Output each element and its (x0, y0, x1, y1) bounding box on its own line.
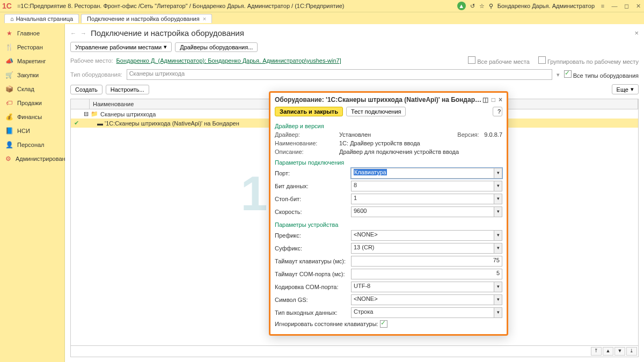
chevron-down-icon: ▾ (164, 43, 167, 50)
more-button[interactable]: Еще ▾ (612, 84, 639, 94)
workplace-link[interactable]: Бондаренко Д. (Администратор); Бондаренк… (116, 57, 341, 64)
manage-workplaces-button[interactable]: Управление рабочими местами▾ (70, 42, 172, 52)
close-icon[interactable]: ✕ (634, 3, 642, 10)
tag-icon: 🏷 (5, 99, 13, 107)
page-title: Подключение и настройка оборудования (91, 28, 244, 38)
chevron-down-icon[interactable]: ▾ (494, 168, 502, 179)
megaphone-icon: 📣 (5, 57, 13, 65)
app-titlebar: 1C ≡ 1С:Предприятие 8. Ресторан. Фронт-о… (0, 0, 644, 12)
collapse-icon[interactable]: ⊟ (84, 110, 89, 117)
tab-close-icon[interactable]: × (203, 16, 206, 22)
com-timeout-input[interactable]: 5 (351, 269, 502, 279)
notification-bell-icon[interactable]: ▲ (457, 2, 466, 10)
section-connection: Параметры подключения (275, 159, 502, 166)
back-icon[interactable]: ← (70, 30, 76, 36)
databits-select[interactable]: 8▾ (351, 181, 502, 191)
section-driver: Драйвер и версия (275, 123, 502, 129)
equip-type-field[interactable]: Сканеры штрихкода (127, 69, 552, 80)
window-title: 1С:Предприятие 8. Ресторан. Фронт-офис /… (20, 3, 457, 9)
star-icon: ★ (5, 29, 13, 37)
modal-dock-icon[interactable]: ◫ (482, 96, 488, 104)
settings-icon[interactable]: ≡ (599, 3, 606, 9)
ignore-keyboard-checkbox[interactable] (380, 320, 387, 328)
maximize-icon[interactable]: ◻ (623, 3, 630, 10)
pager-first[interactable]: ⤒ (591, 347, 602, 356)
section-device: Параметры устройства (275, 221, 502, 228)
forward-icon[interactable]: → (80, 30, 86, 36)
menu-icon[interactable]: ≡ (17, 3, 20, 9)
app-logo: 1C (2, 2, 12, 10)
save-close-button[interactable]: Записать и закрыть (275, 107, 343, 116)
all-types-checkbox[interactable]: Все типы оборудования (564, 70, 639, 79)
favorite-icon[interactable]: ☆ (479, 3, 485, 10)
workplace-label: Рабочее место: (70, 57, 113, 64)
gs-select[interactable]: <NONE>▾ (351, 294, 502, 305)
nav-sidebar: ★Главное 🍴Ресторан 📣Маркетинг 🛒Закупки 📦… (0, 24, 65, 362)
cart-icon: 🛒 (5, 71, 13, 79)
configure-button[interactable]: Настроить... (106, 85, 149, 94)
pager-last[interactable]: ⤓ (626, 347, 637, 356)
modal-maximize-icon[interactable]: □ (492, 96, 495, 104)
equipment-modal: Оборудование: '1С:Сканеры штрихкода (Nat… (269, 91, 508, 336)
coin-icon: 💰 (5, 113, 13, 121)
gear-icon: ⚙ (5, 155, 11, 162)
port-select[interactable]: Клавиатура▾ (351, 168, 502, 179)
book-icon: 📘 (5, 127, 13, 135)
prefix-select[interactable]: <NONE>▾ (351, 230, 502, 241)
person-icon: 👤 (5, 141, 13, 149)
item-icon: ▬ (97, 120, 103, 127)
modal-title: Оборудование: '1С:Сканеры штрихкода (Nat… (275, 96, 482, 104)
nav-nsi[interactable]: 📘НСИ (0, 124, 64, 138)
grid-pager: ⤒ ▲ ▼ ⤓ (71, 345, 638, 357)
nav-restaurant[interactable]: 🍴Ресторан (0, 40, 64, 54)
test-connection-button[interactable]: Тест подключения (346, 107, 406, 116)
nav-personnel[interactable]: 👤Персонал (0, 138, 64, 152)
create-button[interactable]: Создать (70, 85, 103, 94)
suffix-select[interactable]: 13 (CR)▾ (351, 243, 502, 254)
help-button[interactable]: ? (493, 107, 502, 116)
box-icon: 📦 (5, 85, 13, 93)
folder-icon: 📁 (91, 110, 98, 117)
pager-down[interactable]: ▼ (614, 347, 625, 356)
cutlery-icon: 🍴 (5, 43, 13, 51)
home-icon: ⌂ (10, 16, 14, 22)
nav-main[interactable]: ★Главное (0, 26, 64, 40)
nav-purchases[interactable]: 🛒Закупки (0, 68, 64, 82)
page-close-icon[interactable]: × (634, 29, 639, 37)
tab-equipment[interactable]: Подключение и настройка оборудования × (81, 14, 212, 23)
minimize-icon[interactable]: — (611, 3, 618, 9)
check-icon: ✔ (74, 120, 79, 127)
search-icon[interactable]: ⚲ (489, 3, 493, 10)
history-icon[interactable]: ↺ (470, 3, 475, 10)
nav-finance[interactable]: 💰Финансы (0, 110, 64, 124)
nav-marketing[interactable]: 📣Маркетинг (0, 54, 64, 68)
pager-up[interactable]: ▲ (603, 347, 613, 356)
tab-home[interactable]: ⌂ Начальная страница (4, 14, 79, 23)
tab-bar: ⌂ Начальная страница Подключение и настр… (0, 12, 644, 24)
kb-timeout-input[interactable]: 75 (351, 256, 502, 267)
equip-type-label: Тип оборудования: (70, 71, 122, 78)
user-label[interactable]: Бондаренко Дарья. Администратор (497, 3, 595, 9)
output-type-select[interactable]: Строка▾ (351, 307, 502, 318)
main-area: ← → Подключение и настройка оборудования… (65, 24, 644, 362)
nav-admin[interactable]: ⚙Администрирование (0, 152, 64, 166)
stopbit-select[interactable]: 1▾ (351, 194, 502, 204)
nav-warehouse[interactable]: 📦Склад (0, 82, 64, 96)
encoding-select[interactable]: UTF-8▾ (351, 282, 502, 292)
nav-sales[interactable]: 🏷Продажи (0, 96, 64, 110)
speed-select[interactable]: 9600▾ (351, 206, 502, 217)
all-workplaces-checkbox[interactable]: Все рабочие места (468, 56, 530, 65)
group-by-checkbox[interactable]: Группировать по рабочему месту (538, 56, 639, 65)
drivers-button[interactable]: Драйверы оборудования... (175, 42, 258, 52)
modal-close-icon[interactable]: × (499, 96, 502, 104)
